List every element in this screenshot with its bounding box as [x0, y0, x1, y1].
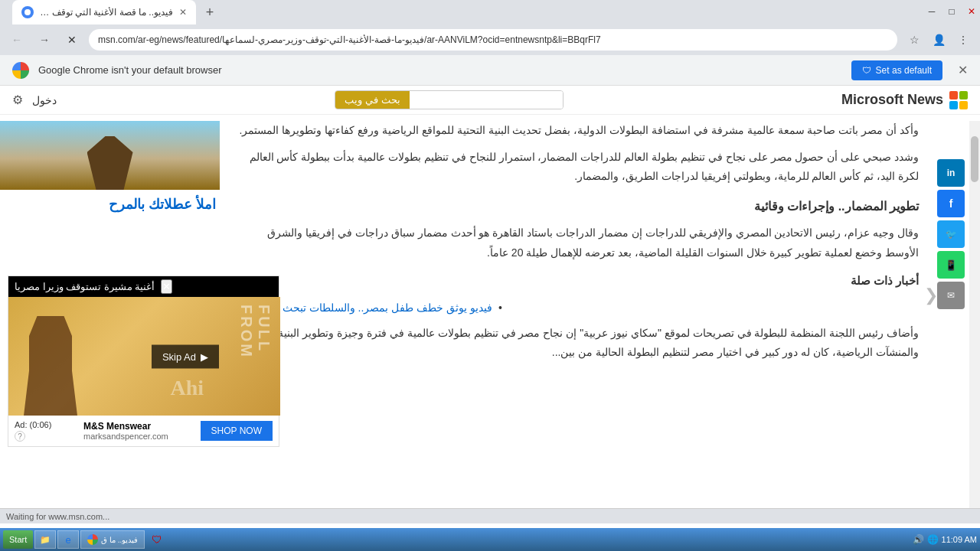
new-tab-button[interactable]: + [199, 2, 220, 23]
article-body: وأكد أن مصر باتت صاحبة سمعة عالمية مشرفة… [237, 121, 919, 362]
email-icon: ✉ [947, 290, 955, 301]
taskbar: Start 📁 e فيديو.. ما ق 🛡 🔊 🌐 11:09 AM [0, 528, 980, 551]
active-tab[interactable]: فيديو.. ما قصة الأغنية التي توقف وزير...… [12, 0, 196, 24]
search-box: بحث في ويب [335, 90, 563, 109]
loading-status: Waiting for www.msn.com... [6, 512, 109, 521]
email-share-button[interactable]: ✉ [937, 282, 965, 309]
msn-logo-text: Microsoft News [841, 92, 943, 108]
article-paragraph-3: وقال وجيه عزام، رئيس الاتحادين المصري وا… [237, 223, 919, 262]
linkedin-icon: in [947, 168, 956, 178]
default-browser-bar: Google Chrome isn't your default browser… [0, 55, 980, 86]
bookmark-button[interactable]: ☆ [903, 29, 925, 51]
signin-link[interactable]: دخول [32, 94, 57, 106]
taskbar-chrome-button[interactable]: فيديو.. ما ق [80, 530, 145, 549]
start-button[interactable]: Start [3, 530, 33, 549]
ad-video-area: FULL FROM Ahi Skip Ad ▶ [8, 297, 280, 416]
scrollbar-thumb[interactable] [971, 136, 978, 182]
twitter-share-button[interactable]: 🐦 [937, 220, 965, 248]
chrome-logo-icon [12, 62, 29, 79]
article-paragraph-1: وأكد أن مصر باتت صاحبة سمعة عالمية مشرفة… [237, 121, 919, 140]
tab-favicon [21, 6, 34, 18]
facebook-share-button[interactable]: f [937, 190, 965, 217]
forward-button[interactable]: → [34, 29, 55, 51]
twitter-icon: 🐦 [946, 229, 957, 240]
shield-icon: 🛡 [862, 65, 871, 76]
set-default-label: Set as default [876, 65, 932, 76]
volume-icon[interactable]: 🔊 [913, 534, 924, 545]
tab-title: فيديو.. ما قصة الأغنية التي توقف وزير... [40, 7, 173, 18]
article-paragraph-2: وشدد صبحي على أن حصول مصر على نجاح في تن… [237, 148, 919, 186]
next-arrow-icon[interactable]: ❯ [924, 285, 938, 305]
menu-button[interactable]: ⋮ [952, 29, 974, 51]
person-silhouette [24, 316, 77, 416]
status-bar: Waiting for www.msn.com... [0, 508, 980, 523]
url-input[interactable] [89, 29, 897, 51]
back-button[interactable]: ← [6, 29, 28, 51]
minimize-button[interactable]: ─ [923, 3, 940, 20]
title-bar: فيديو.. ما قصة الأغنية التي توقف وزير...… [0, 0, 980, 24]
article-content: وأكد أن مصر باتت صاحبة سمعة عالمية مشرفة… [222, 121, 980, 508]
article-paragraph-4: وأضاف رئيس اللجنة المنظمة للبطولة في تصر… [237, 324, 919, 362]
article-image [0, 121, 220, 190]
ad-domain: marksandspencer.com [83, 432, 168, 441]
ad-header-text: أغنية مشيرة تستوقف وزيرا مصريا [15, 281, 155, 292]
ad-info: M&S Menswear marksandspencer.com [83, 421, 168, 441]
maximize-button[interactable]: □ [943, 3, 960, 20]
skip-ad-button[interactable]: Skip Ad ▶ [152, 344, 219, 368]
ad-bottom: Ad: (0:06) ? M&S Menswear marksandspence… [8, 416, 279, 446]
reload-button[interactable]: ✕ [61, 29, 83, 51]
skip-play-icon: ▶ [201, 350, 208, 362]
tab-close-button[interactable]: ✕ [179, 7, 187, 18]
ad-close-button[interactable]: ✕ [161, 279, 172, 294]
profile-button[interactable]: 👤 [928, 29, 949, 51]
linkedin-share-button[interactable]: in [937, 159, 965, 187]
whatsapp-share-button[interactable]: 📱 [937, 251, 965, 279]
chrome-taskbar-icon [87, 534, 98, 545]
social-share-sidebar: in f 🐦 📱 ✉ [937, 159, 965, 309]
promo-title: املأ عطلاتك بالمرح [6, 196, 216, 213]
ad-header: ✕ أغنية مشيرة تستوقف وزيرا مصريا [8, 276, 279, 297]
settings-icon[interactable]: ⚙ [12, 93, 23, 107]
ad-time-label: Ad: (0:06) [15, 420, 51, 429]
bullet-icon: • [498, 298, 502, 318]
shield-taskbar-icon: 🛡 [152, 533, 162, 546]
brand-text: Ahi [170, 376, 204, 400]
related-item: • فيديو يوثق خطف طفل بمصر.. والسلطات تبح… [237, 298, 919, 318]
shop-now-button[interactable]: SHOP NOW [201, 421, 273, 441]
taskbar-antivirus-icon[interactable]: 🛡 [146, 529, 168, 550]
ad-brand-name: M&S Menswear [83, 421, 168, 432]
system-tray: 🔊 🌐 11:09 AM [913, 534, 977, 545]
taskbar-file-manager[interactable]: 📁 [34, 530, 56, 549]
promo-section: املأ عطلاتك بالمرح [0, 190, 222, 225]
whatsapp-icon: 📱 [945, 259, 957, 271]
set-default-button[interactable]: 🛡 Set as default [851, 60, 942, 80]
taskbar-chrome-title: فيديو.. ما ق [101, 536, 138, 544]
facebook-icon: f [949, 197, 953, 210]
close-button[interactable]: ✕ [963, 3, 980, 20]
page-scrollbar[interactable] [969, 121, 980, 508]
skip-ad-label: Skip Ad [162, 350, 196, 362]
network-icon[interactable]: 🌐 [927, 534, 939, 545]
ad-brand-overlay: FULL FROM [237, 305, 273, 408]
search-input[interactable] [410, 91, 563, 109]
related-news-title: أخبار ذات صلة [237, 270, 919, 291]
msn-logo: Microsoft News [841, 91, 968, 109]
search-button[interactable]: بحث في ويب [335, 91, 409, 109]
default-browser-message: Google Chrome isn't your default browser [38, 64, 842, 76]
ad-help-icon[interactable]: ? [15, 431, 25, 442]
msn-logo-icon [949, 91, 968, 109]
taskbar-ie-button[interactable]: e [57, 530, 79, 549]
figure-silhouette [87, 136, 133, 190]
address-bar: ← → ✕ ☆ 👤 ⋮ [0, 24, 980, 55]
close-default-bar-button[interactable]: ✕ [958, 63, 968, 77]
ad-overlay: ✕ أغنية مشيرة تستوقف وزيرا مصريا FULL FR… [8, 276, 279, 447]
time-display: 11:09 AM [942, 535, 977, 544]
section-title: تطوير المضمار.. وإجراءات وقائية [237, 196, 919, 218]
